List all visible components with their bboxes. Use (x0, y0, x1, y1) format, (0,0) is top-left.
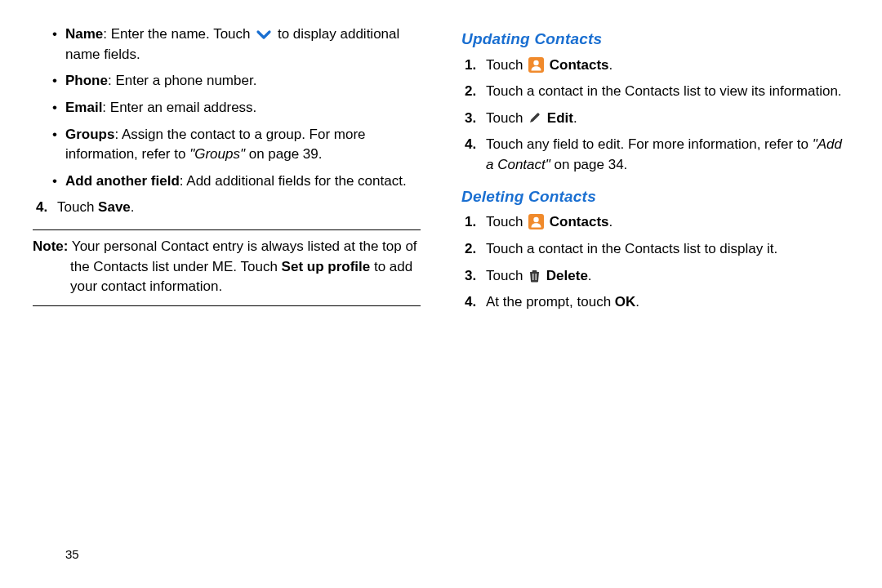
deleting-step-3-bold: Delete (546, 268, 588, 283)
updating-step-4: 4. Touch any field to edit. For more inf… (483, 135, 849, 175)
right-column: Updating Contacts 1. Touch Contacts. 2. … (461, 24, 849, 319)
bullet-groups-ref: "Groups" (189, 146, 245, 162)
heading-deleting-contacts: Deleting Contacts (461, 185, 849, 208)
updating-step-1-post: . (609, 57, 613, 73)
deleting-step-2-text: Touch a contact in the Contacts list to … (486, 241, 777, 256)
updating-steps: 1. Touch Contacts. 2. Touch a contact in… (461, 56, 849, 176)
pencil-icon (528, 111, 541, 124)
bullet-add-field-label: Add another field (65, 173, 180, 189)
note-body: Note: Your personal Contact entry is alw… (33, 237, 421, 297)
svg-rect-2 (532, 274, 533, 280)
bullet-name: Name: Enter the name. Touch to display a… (65, 24, 421, 65)
deleting-step-4-pre: At the prompt, touch (486, 294, 615, 310)
note-setup-profile: Set up profile (282, 259, 371, 274)
deleting-step-3-num: 3. (465, 266, 476, 287)
note-block: Note: Your personal Contact entry is alw… (33, 229, 421, 306)
contacts-icon (528, 57, 544, 73)
svg-point-0 (533, 60, 538, 65)
deleting-step-3: 3. Touch Delete. (483, 266, 849, 287)
deleting-step-1-post: . (609, 214, 613, 229)
updating-step-4-tail: on page 34. (550, 157, 628, 172)
updating-step-4-pre: Touch any field to edit. For more inform… (486, 136, 813, 152)
deleting-step-3-pre: Touch (486, 268, 527, 283)
bullet-groups-label: Groups (65, 127, 114, 142)
updating-step-2-num: 2. (465, 82, 476, 102)
bullet-groups-tail: on page 39. (245, 146, 323, 162)
bullet-name-label: Name (65, 26, 103, 42)
bullet-phone-text: : Enter a phone number. (108, 73, 256, 88)
left-step-4-pre: Touch (57, 199, 98, 215)
updating-step-3-post: . (573, 110, 577, 126)
deleting-step-2-num: 2. (465, 239, 476, 260)
deleting-step-1-pre: Touch (486, 214, 527, 229)
bullet-name-text-before: : Enter the name. Touch (103, 26, 254, 42)
left-step-4-post: . (131, 199, 135, 215)
left-column: Name: Enter the name. Touch to display a… (33, 24, 421, 319)
bullet-phone-label: Phone (65, 73, 108, 88)
left-step-4-num: 4. (36, 198, 47, 218)
updating-step-1-pre: Touch (486, 57, 527, 73)
page-number: 35 (65, 546, 79, 564)
bullet-email-label: Email (65, 100, 102, 115)
bullet-phone: Phone: Enter a phone number. (65, 71, 421, 91)
updating-step-1-num: 1. (465, 56, 476, 76)
trash-icon (528, 269, 541, 283)
updating-step-3-bold: Edit (547, 110, 573, 126)
updating-step-3-pre: Touch (486, 110, 527, 126)
heading-updating-contacts: Updating Contacts (461, 28, 849, 51)
bullet-groups: Groups: Assign the contact to a group. F… (65, 125, 421, 165)
bullet-email: Email: Enter an email address. (65, 98, 421, 118)
left-step-4-bold: Save (98, 199, 131, 215)
deleting-steps: 1. Touch Contacts. 2. Touch a contact in… (461, 212, 849, 313)
svg-rect-3 (536, 274, 537, 280)
deleting-step-4-bold: OK (615, 294, 636, 310)
note-label: Note: (33, 238, 68, 254)
chevron-down-icon (256, 29, 272, 40)
updating-step-4-num: 4. (465, 135, 476, 155)
deleting-step-3-post: . (588, 268, 592, 283)
deleting-step-1: 1. Touch Contacts. (483, 212, 849, 233)
updating-step-3: 3. Touch Edit. (483, 109, 849, 129)
field-bullet-list: Name: Enter the name. Touch to display a… (33, 24, 421, 191)
deleting-step-1-bold: Contacts (550, 214, 609, 229)
deleting-step-4-post: . (635, 294, 639, 310)
deleting-step-2: 2. Touch a contact in the Contacts list … (483, 239, 849, 260)
bullet-email-text: : Enter an email address. (102, 100, 256, 115)
updating-step-2: 2. Touch a contact in the Contacts list … (483, 82, 849, 102)
updating-step-3-num: 3. (465, 109, 476, 129)
deleting-step-4: 4. At the prompt, touch OK. (483, 292, 849, 313)
updating-step-2-text: Touch a contact in the Contacts list to … (486, 83, 842, 99)
deleting-step-4-num: 4. (465, 292, 476, 313)
updating-step-1: 1. Touch Contacts. (483, 56, 849, 76)
left-steps: 4. Touch Save. (33, 198, 421, 218)
left-step-4: 4. Touch Save. (54, 198, 421, 218)
svg-point-1 (533, 217, 538, 222)
deleting-step-1-num: 1. (465, 212, 476, 233)
updating-step-1-bold: Contacts (550, 57, 609, 73)
page-columns: Name: Enter the name. Touch to display a… (33, 24, 849, 319)
contacts-icon (528, 214, 544, 229)
bullet-add-field: Add another field: Add additional fields… (65, 172, 421, 192)
bullet-add-field-text: : Add additional fields for the contact. (180, 173, 407, 189)
